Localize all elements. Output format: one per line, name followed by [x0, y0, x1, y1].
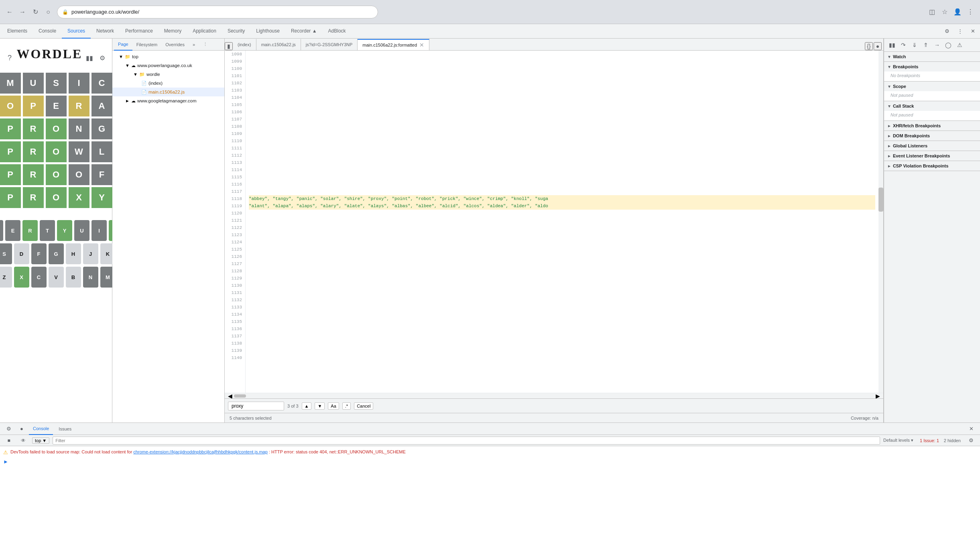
- devtools-close-button[interactable]: ✕: [967, 26, 978, 37]
- tab-adblock[interactable]: AdBlock: [323, 24, 352, 39]
- tab-memory[interactable]: Memory: [159, 24, 187, 39]
- key-c[interactable]: C: [31, 267, 47, 288]
- deactivate-btn[interactable]: ◯: [943, 40, 953, 50]
- key-h[interactable]: H: [66, 243, 81, 264]
- step-btn[interactable]: →: [932, 40, 942, 50]
- debug-section-eventlistener-header[interactable]: ► Event Listener Breakpoints: [884, 151, 980, 161]
- tree-item-main-js[interactable]: 📄 main.c1506a22.js: [112, 88, 224, 96]
- sources-tab-more[interactable]: »: [189, 39, 199, 51]
- key-s[interactable]: S: [0, 243, 12, 264]
- key-i[interactable]: I: [91, 220, 107, 241]
- home-button[interactable]: ○: [43, 6, 54, 18]
- step-over-btn[interactable]: ↷: [899, 40, 908, 50]
- issues-count-badge[interactable]: 1 Issue: 1: [920, 438, 939, 443]
- step-into-btn[interactable]: ⇓: [910, 40, 919, 50]
- sources-tab-filesystem[interactable]: Filesystem: [132, 39, 162, 51]
- regex-btn[interactable]: .*: [342, 402, 351, 410]
- h-scrollbar-thumb[interactable]: [234, 394, 246, 398]
- console-clear-btn[interactable]: ●: [16, 423, 27, 435]
- tab-console[interactable]: Console: [33, 24, 62, 39]
- close-tab-formatted[interactable]: ✕: [419, 42, 424, 48]
- settings-button[interactable]: ⚙: [97, 53, 108, 64]
- tab-sources[interactable]: Sources: [62, 24, 91, 39]
- key-f[interactable]: F: [31, 243, 47, 264]
- help-button[interactable]: ?: [4, 53, 15, 64]
- tree-item-domain-gtm[interactable]: ► ☁ www.googletagmanager.com: [112, 96, 224, 105]
- tree-item-top[interactable]: ▼ 📁 top: [112, 52, 224, 61]
- key-v[interactable]: V: [49, 267, 64, 288]
- sources-tab-page[interactable]: Page: [114, 39, 132, 51]
- key-e[interactable]: E: [5, 220, 20, 241]
- console-block-btn[interactable]: ■: [3, 435, 14, 446]
- console-prompt[interactable]: ►: [3, 457, 977, 466]
- tab-elements[interactable]: Elements: [2, 24, 33, 39]
- add-breakpoint-button[interactable]: ●: [874, 42, 882, 50]
- devtools-more-button[interactable]: ⋮: [954, 26, 966, 37]
- pause-exceptions-btn[interactable]: ⚠: [955, 40, 964, 50]
- key-b[interactable]: B: [66, 267, 81, 288]
- editor-split-left[interactable]: ▮: [225, 42, 233, 50]
- step-out-btn[interactable]: ⇑: [921, 40, 931, 50]
- key-d[interactable]: D: [14, 243, 29, 264]
- h-scroll-indicator[interactable]: ◀ ▶: [225, 393, 883, 398]
- tree-item-wordle[interactable]: ▼ 📁 wordle: [112, 70, 224, 79]
- tab-application[interactable]: Application: [187, 24, 222, 39]
- key-z[interactable]: Z: [0, 267, 12, 288]
- debug-section-global-header[interactable]: ► Global Listeners: [884, 141, 980, 151]
- code-text[interactable]: "abbey", "tangy", "panic", "solar", "shi…: [246, 51, 878, 393]
- debug-section-xhr-header[interactable]: ► XHR/fetch Breakpoints: [884, 121, 980, 131]
- console-context-selector[interactable]: top ▼: [32, 437, 49, 444]
- key-u[interactable]: U: [74, 220, 89, 241]
- key-x[interactable]: X: [14, 267, 29, 288]
- debug-section-dom-header[interactable]: ► DOM Breakpoints: [884, 131, 980, 141]
- key-r[interactable]: R: [22, 220, 38, 241]
- console-settings-btn[interactable]: ⚙: [3, 423, 14, 435]
- tab-lighthouse[interactable]: Lighthouse: [250, 24, 285, 39]
- debug-section-scope-header[interactable]: ▼ Scope: [884, 82, 980, 91]
- console-eye-btn[interactable]: 👁: [18, 435, 29, 446]
- key-g[interactable]: G: [49, 243, 64, 264]
- back-button[interactable]: ←: [4, 6, 15, 18]
- debug-section-watch-header[interactable]: ▼ Watch: [884, 52, 980, 61]
- extensions-button[interactable]: ◫: [926, 6, 937, 18]
- editor-tab-main-js[interactable]: main.c1506a22.js: [256, 39, 301, 50]
- console-gear-btn[interactable]: ⚙: [966, 435, 977, 446]
- stats-button[interactable]: ▮▮: [84, 53, 95, 64]
- console-level-selector[interactable]: Default levels ▾: [883, 438, 913, 443]
- devtools-settings-button[interactable]: ⚙: [941, 26, 953, 37]
- debug-section-callstack-header[interactable]: ▼ Call Stack: [884, 101, 980, 111]
- vertical-scrollbar[interactable]: [878, 51, 883, 393]
- key-j[interactable]: J: [83, 243, 98, 264]
- reload-button[interactable]: ↻: [30, 6, 41, 18]
- address-bar[interactable]: 🔒 powerlanguage.co.uk/wordle/: [57, 6, 378, 18]
- key-n[interactable]: N: [83, 267, 98, 288]
- console-filter-input[interactable]: [53, 437, 880, 445]
- tree-item-index[interactable]: 📄 (index): [112, 79, 224, 88]
- tab-security[interactable]: Security: [222, 24, 250, 39]
- sources-tab-menu[interactable]: ⋮: [199, 39, 211, 51]
- tab-recorder[interactable]: Recorder ▲: [285, 24, 323, 39]
- key-y[interactable]: Y: [57, 220, 72, 241]
- tree-item-domain-power[interactable]: ▼ ☁ www.powerlanguage.co.uk: [112, 61, 224, 70]
- key-t[interactable]: T: [40, 220, 55, 241]
- editor-tab-formatted[interactable]: main.c1506a22.js:formatted ✕: [358, 39, 429, 50]
- search-input[interactable]: [228, 402, 284, 410]
- debug-section-csp-header[interactable]: ► CSP Violation Breakpoints: [884, 161, 980, 171]
- profile-button[interactable]: 👤: [952, 6, 963, 18]
- menu-button[interactable]: ⋮: [965, 6, 976, 18]
- cancel-search-btn[interactable]: Cancel: [354, 402, 373, 410]
- console-tab-issues[interactable]: Issues: [55, 423, 75, 435]
- pause-btn[interactable]: ▮▮: [887, 40, 897, 50]
- bookmark-button[interactable]: ☆: [939, 6, 950, 18]
- tab-network[interactable]: Network: [91, 24, 120, 39]
- debug-section-breakpoints-header[interactable]: ▼ Breakpoints: [884, 62, 980, 71]
- pretty-print-button[interactable]: {}: [865, 42, 873, 50]
- sources-tab-overrides[interactable]: Overrides: [161, 39, 189, 51]
- match-case-btn[interactable]: Aa: [328, 402, 339, 410]
- search-prev-btn[interactable]: ▲: [302, 402, 312, 410]
- editor-tab-index[interactable]: (index): [233, 39, 256, 50]
- editor-tab-gscript[interactable]: js?id=G-2SSGMHY3NP: [301, 39, 358, 50]
- console-tab-console[interactable]: Console: [29, 423, 53, 435]
- forward-button[interactable]: →: [17, 6, 28, 18]
- tab-performance[interactable]: Performance: [120, 24, 159, 39]
